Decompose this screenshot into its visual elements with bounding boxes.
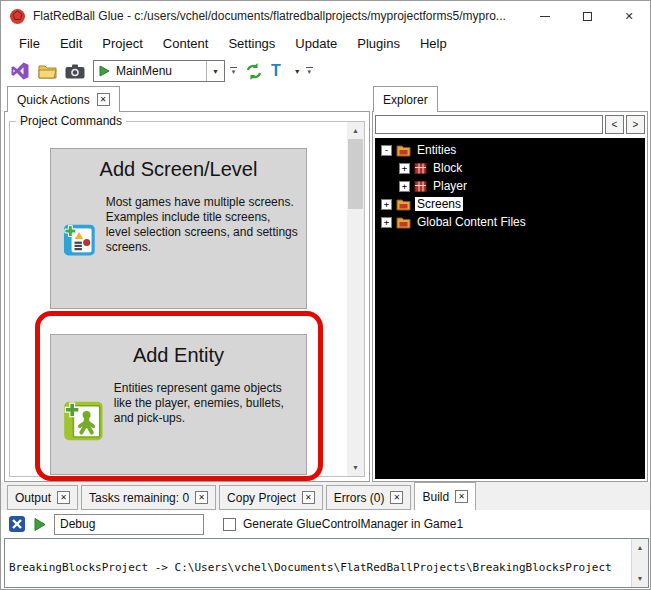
project-tree: - Entities + Block +: [375, 138, 645, 479]
tab-copy-project[interactable]: Copy Project ✕: [219, 485, 323, 510]
tree-item-screens[interactable]: + Screens: [375, 195, 645, 213]
entity-icon: [414, 162, 427, 175]
tab-errors-label: Errors (0): [334, 491, 385, 505]
visual-studio-button[interactable]: [10, 61, 30, 81]
expand-icon[interactable]: +: [381, 199, 392, 210]
open-folder-button[interactable]: [38, 63, 57, 79]
add-screen-title: Add Screen/Level: [51, 158, 306, 181]
menu-project[interactable]: Project: [92, 36, 152, 51]
add-screen-button[interactable]: Add Screen/Level Most games hav: [50, 148, 307, 309]
play-icon: [33, 517, 47, 532]
glue-control-checkbox[interactable]: [223, 518, 236, 531]
tab-close-icon[interactable]: ✕: [97, 93, 110, 106]
folder-icon: [396, 198, 411, 211]
tab-close-icon[interactable]: ✕: [455, 490, 468, 503]
tab-quick-actions[interactable]: Quick Actions ✕: [7, 86, 120, 112]
scroll-up-icon[interactable]: ▲: [347, 122, 364, 139]
menu-content[interactable]: Content: [153, 36, 219, 51]
tree-item-label[interactable]: Entities: [415, 143, 458, 157]
run-build-button[interactable]: [33, 517, 47, 532]
tab-tasks-label: Tasks remaining: 0: [89, 491, 189, 505]
tree-item-label[interactable]: Global Content Files: [415, 215, 528, 229]
screenshot-button[interactable]: [65, 64, 85, 79]
chevron-down-icon: ▼: [306, 70, 312, 75]
tab-quick-actions-label: Quick Actions: [17, 93, 90, 107]
scroll-up-icon[interactable]: ▲: [632, 539, 648, 556]
play-icon: [99, 65, 110, 77]
collapse-icon[interactable]: -: [381, 145, 392, 156]
chevron-down-icon: ▼: [230, 70, 236, 75]
expand-icon[interactable]: +: [381, 217, 392, 228]
configuration-value: Debug: [60, 517, 95, 531]
app-icon: [9, 8, 26, 25]
add-screen-icon: [63, 189, 96, 291]
text-tool-icon: T: [271, 63, 281, 79]
tree-item-global-content-files[interactable]: + Global Content Files: [375, 213, 645, 231]
build-icon: [8, 515, 26, 533]
tree-item-block[interactable]: + Block: [375, 159, 645, 177]
configuration-select[interactable]: Debug: [54, 514, 204, 535]
tree-item-player[interactable]: + Player: [375, 177, 645, 195]
tree-item-label[interactable]: Screens: [415, 197, 463, 211]
build-button[interactable]: [8, 515, 26, 533]
menu-bar: File Edit Project Content Settings Updat…: [1, 31, 650, 56]
main-region: Quick Actions ✕ Project Commands Add Scr…: [1, 86, 651, 482]
tab-errors[interactable]: Errors (0) ✕: [326, 485, 412, 510]
text-tool-button[interactable]: T: [271, 63, 281, 79]
menu-file[interactable]: File: [9, 36, 50, 51]
add-entity-button[interactable]: Add Entity: [50, 334, 307, 475]
menu-plugins[interactable]: Plugins: [347, 36, 410, 51]
tab-close-icon[interactable]: ✕: [302, 491, 315, 504]
chevron-down-icon[interactable]: ▼: [206, 61, 219, 81]
window: FlatRedBall Glue - c:/users/vchel/docume…: [0, 0, 651, 590]
expand-icon[interactable]: +: [399, 181, 410, 192]
tab-explorer[interactable]: Explorer: [373, 86, 438, 112]
scroll-down-icon[interactable]: ▼: [632, 570, 648, 587]
scrollbar-thumb[interactable]: [348, 139, 363, 209]
entity-icon: [414, 180, 427, 193]
quick-actions-scrollbar[interactable]: ▲ ▼: [347, 122, 364, 476]
add-entity-icon: [63, 375, 104, 467]
screen-selector-value: MainMenu: [116, 64, 200, 78]
tab-output[interactable]: Output ✕: [7, 485, 78, 510]
tab-build[interactable]: Build ✕: [414, 482, 476, 510]
close-button[interactable]: ✕: [608, 1, 650, 31]
glue-control-checkbox-label: Generate GlueControlManager in Game1: [243, 517, 463, 531]
menu-help[interactable]: Help: [410, 36, 457, 51]
explorer-search-row: < >: [375, 115, 645, 134]
tab-build-label: Build: [422, 490, 449, 504]
add-entity-description: Entities represent game objects like the…: [114, 375, 298, 426]
minimize-icon: [540, 16, 550, 17]
maximize-button[interactable]: [566, 1, 608, 31]
output-scrollbar[interactable]: ▲ ▼: [631, 539, 648, 587]
tree-item-label[interactable]: Player: [431, 179, 469, 193]
tab-output-label: Output: [15, 491, 51, 505]
project-commands-label: Project Commands: [16, 114, 126, 128]
sync-project-button[interactable]: [245, 63, 263, 80]
menu-settings[interactable]: Settings: [218, 36, 285, 51]
text-tool-dropdown[interactable]: ▼: [289, 56, 301, 86]
maximize-icon: [583, 12, 592, 21]
menu-update[interactable]: Update: [285, 36, 347, 51]
expand-icon[interactable]: +: [399, 163, 410, 174]
title-bar: FlatRedBall Glue - c:/users/vchel/docume…: [1, 1, 650, 31]
scroll-down-icon[interactable]: ▼: [347, 459, 364, 476]
tree-item-label[interactable]: Block: [431, 161, 464, 175]
build-output: BreakingBlocksProject -> C:\Users\vchel\…: [4, 538, 649, 588]
tab-tasks-remaining[interactable]: Tasks remaining: 0 ✕: [81, 485, 216, 510]
folder-icon: [396, 216, 411, 229]
minimize-button[interactable]: [524, 1, 566, 31]
toolbar-overflow-button-2[interactable]: ▼: [306, 67, 313, 75]
tab-close-icon[interactable]: ✕: [195, 491, 208, 504]
visual-studio-icon: [10, 61, 30, 81]
tab-close-icon[interactable]: ✕: [390, 491, 403, 504]
nav-forward-button[interactable]: >: [626, 115, 645, 134]
add-entity-title: Add Entity: [51, 344, 306, 367]
explorer-search-input[interactable]: [375, 115, 603, 134]
run-screen-selector[interactable]: MainMenu ▼: [93, 60, 225, 82]
tree-item-entities[interactable]: - Entities: [375, 141, 645, 159]
nav-back-button[interactable]: <: [605, 115, 624, 134]
toolbar-overflow-button[interactable]: ▼: [230, 67, 237, 75]
tab-close-icon[interactable]: ✕: [57, 491, 70, 504]
menu-edit[interactable]: Edit: [50, 36, 92, 51]
